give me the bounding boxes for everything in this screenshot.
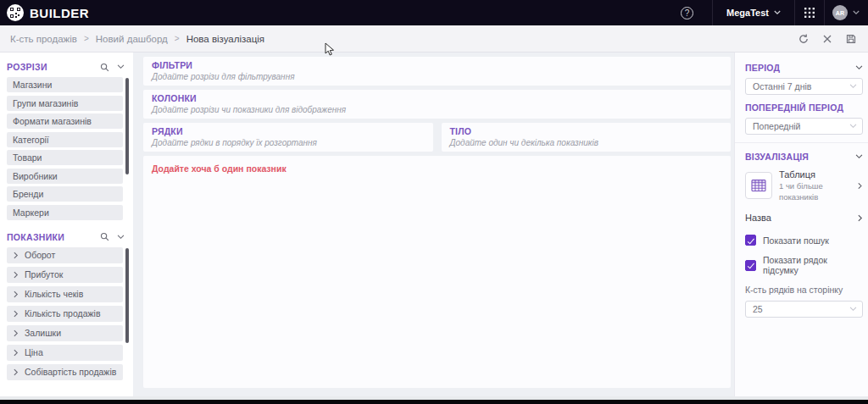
rows-zone-hint: Додайте рядки в порядку їх розгортання <box>152 138 425 147</box>
dimension-item[interactable]: Бренди <box>7 186 123 202</box>
dimension-item[interactable]: Групи магазинів <box>7 96 123 111</box>
top-navbar: BUILDER ? MegaTest AR <box>0 0 868 25</box>
chevron-right-icon <box>858 214 863 222</box>
workspace-name: MegaTest <box>726 8 769 18</box>
body-dropzone[interactable]: ТІЛО Додайте один чи декілька показників <box>442 123 732 152</box>
measure-item[interactable]: Кількість чеків <box>7 286 123 302</box>
prev-period-select[interactable]: Попередній <box>745 118 863 135</box>
name-label: Назва <box>745 213 771 223</box>
visualization-preview: Додайте хоча б один показник <box>143 156 731 388</box>
show-search-label: Показати пошук <box>763 235 829 246</box>
dimension-item[interactable]: Маркери <box>7 205 123 220</box>
show-search-checkbox[interactable] <box>745 235 756 246</box>
dimension-item[interactable]: Товари <box>7 150 123 165</box>
measure-item[interactable]: Кількість продажів <box>7 306 123 322</box>
viz-type: Таблиця <box>779 169 858 181</box>
chevron-right-icon <box>14 349 19 357</box>
qr-logo-icon <box>7 4 24 21</box>
chevron-down-icon <box>849 84 857 89</box>
body-zone-title: ТІЛО <box>450 126 723 136</box>
visualization-section-header[interactable]: ВІЗУАЛІЗАЦІЯ <box>745 152 863 162</box>
chevron-down-icon <box>849 124 857 129</box>
dimension-item[interactable]: Категорії <box>7 132 123 147</box>
builder-app: BUILDER ? MegaTest AR К-сть п <box>0 0 868 404</box>
window-edge <box>0 400 868 404</box>
filters-zone-title: ФІЛЬТРИ <box>152 60 722 70</box>
close-icon[interactable] <box>823 35 832 43</box>
measure-item[interactable]: Залишки <box>7 325 123 341</box>
breadcrumb-bar: К-сть продажів > Новий дашборд > Нова ві… <box>0 25 868 53</box>
dimension-item[interactable]: Виробники <box>7 169 123 184</box>
viz-description: 1 чи більше показників <box>779 181 858 203</box>
save-icon[interactable] <box>846 34 856 44</box>
breadcrumb-item[interactable]: Новий дашборд <box>96 34 168 44</box>
scrollbar-thumb[interactable] <box>125 78 129 174</box>
rows-zone-title: РЯДКИ <box>152 126 425 136</box>
visualization-type-row[interactable]: Таблиця 1 чи більше показників <box>745 169 863 202</box>
dimensions-section-header: РОЗРІЗИ <box>0 56 133 77</box>
columns-zone-hint: Додайте розрізи чи показники для відобра… <box>152 105 722 114</box>
user-menu[interactable]: AR <box>825 0 868 25</box>
chevron-right-icon <box>14 271 19 279</box>
reset-icon[interactable] <box>798 34 809 44</box>
dimensions-list: Магазини Групи магазинів Формати магазин… <box>0 77 133 220</box>
body-zone-hint: Додайте один чи декілька показників <box>450 138 723 147</box>
chevron-right-icon <box>14 252 19 259</box>
builder-main: ФІЛЬТРИ Додайте розрізи для фільтрування… <box>133 53 734 396</box>
rows-per-page-value: 25 <box>753 304 763 314</box>
rows-per-page-select[interactable]: 25 <box>745 301 863 318</box>
show-total-row: Показати рядок підсумку <box>745 255 863 275</box>
measure-item[interactable]: Оборот <box>7 247 123 263</box>
content-area: РОЗРІЗИ Магазини Групи магазинів Формати… <box>0 53 868 396</box>
prev-period-value: Попередній <box>753 121 800 131</box>
workspace-switcher[interactable]: MegaTest <box>713 0 794 25</box>
columns-dropzone[interactable]: КОЛОНКИ Додайте розрізи чи показники для… <box>143 90 731 119</box>
measures-title: ПОКАЗНИКИ <box>7 232 64 242</box>
chevron-down-icon[interactable] <box>117 235 125 240</box>
chevron-right-icon <box>14 310 19 318</box>
name-setting-row[interactable]: Назва <box>745 213 863 223</box>
chevron-right-icon <box>14 329 19 337</box>
breadcrumb-item-current: Нова візуалізація <box>186 34 264 44</box>
apps-grid-icon[interactable] <box>795 0 824 25</box>
period-select[interactable]: Останні 7 днів <box>745 78 863 95</box>
measure-item[interactable]: Прибуток <box>7 267 123 283</box>
search-icon[interactable] <box>100 63 109 72</box>
chevron-down-icon <box>849 307 857 312</box>
validation-message: Додайте хоча б один показник <box>152 163 722 174</box>
brand[interactable]: BUILDER <box>0 4 89 21</box>
show-total-label: Показати рядок підсумку <box>763 255 863 275</box>
rows-per-page-label: К-сть рядків на сторінку <box>745 285 863 295</box>
measures-list: Оборот Прибуток Кількість чеків Кількіст… <box>0 247 133 380</box>
breadcrumb-item[interactable]: К-сть продажів <box>10 34 77 44</box>
period-section-header[interactable]: ПЕРІОД <box>745 63 863 73</box>
show-search-row: Показати пошук <box>745 235 863 246</box>
filters-zone-hint: Додайте розрізи для фільтрування <box>152 72 722 81</box>
chevron-down-icon <box>853 10 860 15</box>
period-value: Останні 7 днів <box>753 81 811 91</box>
dimension-item[interactable]: Формати магазинів <box>7 113 123 129</box>
search-icon[interactable] <box>100 232 109 241</box>
avatar: AR <box>832 5 848 20</box>
measure-item[interactable]: Собівартість продажів <box>7 364 123 380</box>
chevron-down-icon[interactable] <box>117 64 125 69</box>
prev-period-section-header: ПОПЕРЕДНІЙ ПЕРІОД <box>745 102 863 113</box>
left-sidebar: РОЗРІЗИ Магазини Групи магазинів Формати… <box>0 53 133 396</box>
section-divider <box>735 142 868 143</box>
chevron-right-icon <box>858 182 863 190</box>
help-icon[interactable]: ? <box>681 7 693 19</box>
chevron-right-icon <box>14 291 19 298</box>
chevron-right-icon <box>14 368 19 376</box>
breadcrumb-separator: > <box>84 34 89 43</box>
prev-period-label: ПОПЕРЕДНІЙ ПЕРІОД <box>745 102 843 113</box>
rows-dropzone[interactable]: РЯДКИ Додайте рядки в порядку їх розгорт… <box>143 123 433 152</box>
chevron-down-icon <box>774 10 781 15</box>
scrollbar-thumb[interactable] <box>125 248 129 343</box>
visualization-label: ВІЗУАЛІЗАЦІЯ <box>745 152 809 162</box>
dimension-item[interactable]: Магазини <box>7 77 123 92</box>
settings-sidebar: ПЕРІОД Останні 7 днів ПОПЕРЕДНІЙ ПЕРІОД … <box>734 53 868 396</box>
show-total-checkbox[interactable] <box>745 260 756 271</box>
chevron-down-icon <box>855 154 863 159</box>
filters-dropzone[interactable]: ФІЛЬТРИ Додайте розрізи для фільтрування <box>143 57 731 86</box>
measure-item[interactable]: Ціна <box>7 345 123 361</box>
